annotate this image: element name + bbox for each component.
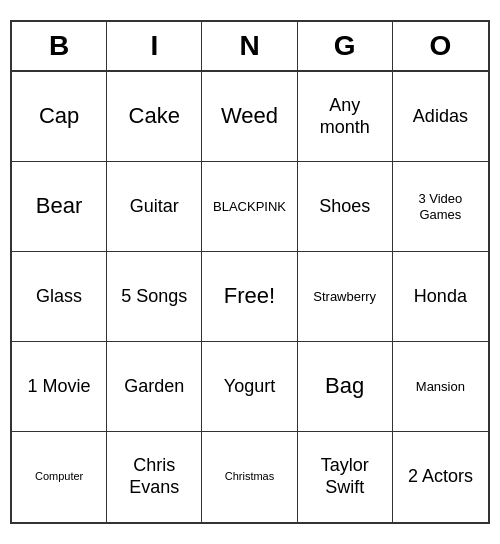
cell-text-8: Shoes bbox=[319, 196, 370, 218]
bingo-cell-21: Chris Evans bbox=[107, 432, 202, 522]
bingo-cell-4: Adidas bbox=[393, 72, 488, 162]
bingo-cell-1: Cake bbox=[107, 72, 202, 162]
cell-text-6: Guitar bbox=[130, 196, 179, 218]
bingo-cell-14: Honda bbox=[393, 252, 488, 342]
cell-text-19: Mansion bbox=[416, 379, 465, 395]
cell-text-10: Glass bbox=[36, 286, 82, 308]
bingo-cell-10: Glass bbox=[12, 252, 107, 342]
bingo-cell-8: Shoes bbox=[298, 162, 393, 252]
bingo-cell-3: Any month bbox=[298, 72, 393, 162]
bingo-grid: CapCakeWeedAny monthAdidasBearGuitarBLAC… bbox=[12, 72, 488, 522]
cell-text-12: Free! bbox=[224, 283, 275, 309]
cell-text-22: Christmas bbox=[225, 470, 275, 483]
bingo-cell-9: 3 Video Games bbox=[393, 162, 488, 252]
bingo-header: BINGO bbox=[12, 22, 488, 72]
cell-text-7: BLACKPINK bbox=[213, 199, 286, 215]
bingo-cell-0: Cap bbox=[12, 72, 107, 162]
cell-text-3: Any month bbox=[304, 95, 386, 138]
bingo-cell-20: Computer bbox=[12, 432, 107, 522]
bingo-cell-23: Taylor Swift bbox=[298, 432, 393, 522]
cell-text-18: Bag bbox=[325, 373, 364, 399]
header-letter-O: O bbox=[393, 22, 488, 70]
cell-text-14: Honda bbox=[414, 286, 467, 308]
header-letter-G: G bbox=[298, 22, 393, 70]
cell-text-15: 1 Movie bbox=[28, 376, 91, 398]
header-letter-I: I bbox=[107, 22, 202, 70]
bingo-cell-12: Free! bbox=[202, 252, 297, 342]
cell-text-5: Bear bbox=[36, 193, 82, 219]
bingo-cell-16: Garden bbox=[107, 342, 202, 432]
cell-text-24: 2 Actors bbox=[408, 466, 473, 488]
bingo-cell-24: 2 Actors bbox=[393, 432, 488, 522]
cell-text-9: 3 Video Games bbox=[399, 191, 482, 222]
bingo-cell-18: Bag bbox=[298, 342, 393, 432]
cell-text-2: Weed bbox=[221, 103, 278, 129]
bingo-cell-2: Weed bbox=[202, 72, 297, 162]
cell-text-1: Cake bbox=[129, 103, 180, 129]
cell-text-11: 5 Songs bbox=[121, 286, 187, 308]
cell-text-4: Adidas bbox=[413, 106, 468, 128]
cell-text-21: Chris Evans bbox=[113, 455, 195, 498]
cell-text-17: Yogurt bbox=[224, 376, 275, 398]
cell-text-16: Garden bbox=[124, 376, 184, 398]
bingo-cell-17: Yogurt bbox=[202, 342, 297, 432]
bingo-cell-22: Christmas bbox=[202, 432, 297, 522]
cell-text-13: Strawberry bbox=[313, 289, 376, 305]
bingo-cell-15: 1 Movie bbox=[12, 342, 107, 432]
header-letter-B: B bbox=[12, 22, 107, 70]
cell-text-20: Computer bbox=[35, 470, 83, 483]
bingo-cell-13: Strawberry bbox=[298, 252, 393, 342]
cell-text-23: Taylor Swift bbox=[304, 455, 386, 498]
bingo-cell-11: 5 Songs bbox=[107, 252, 202, 342]
bingo-card: BINGO CapCakeWeedAny monthAdidasBearGuit… bbox=[10, 20, 490, 524]
bingo-cell-5: Bear bbox=[12, 162, 107, 252]
bingo-cell-6: Guitar bbox=[107, 162, 202, 252]
cell-text-0: Cap bbox=[39, 103, 79, 129]
bingo-cell-19: Mansion bbox=[393, 342, 488, 432]
bingo-cell-7: BLACKPINK bbox=[202, 162, 297, 252]
header-letter-N: N bbox=[202, 22, 297, 70]
